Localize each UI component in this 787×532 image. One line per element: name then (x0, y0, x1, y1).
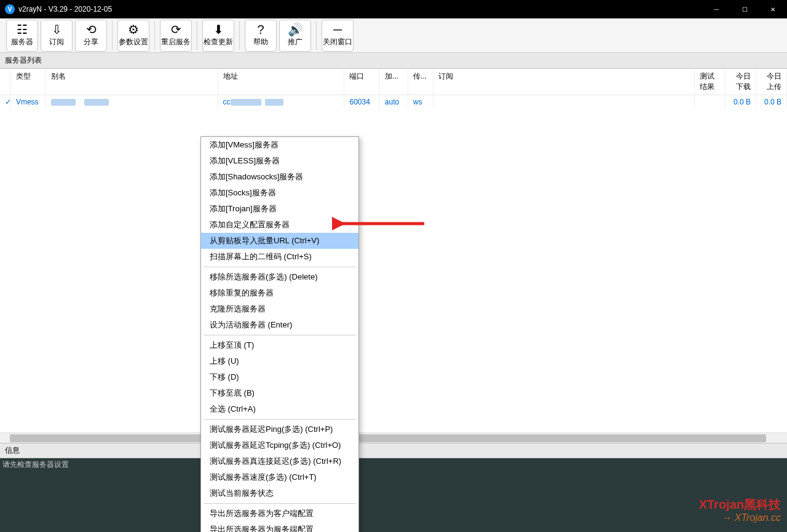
info-label: 信息 (0, 443, 787, 458)
context-menu-item[interactable]: 导出所选服务器为服务端配置 (201, 522, 358, 532)
close-icon: ─ (333, 23, 342, 36)
share-button[interactable]: ⟲分享 (75, 20, 107, 52)
col-addr[interactable]: 地址 (218, 69, 345, 95)
context-menu-item[interactable]: 设为活动服务器 (Enter) (201, 317, 358, 333)
gear-icon: ⚙ (128, 23, 139, 36)
server-list-label: 服务器列表 (0, 53, 787, 69)
log-area: 请先检查服务器设置 XTrojan黑科技 → XTrojan.cc (0, 458, 787, 532)
context-menu-item[interactable]: 添加[Shadowsocks]服务器 (201, 169, 358, 185)
col-up[interactable]: 今日上传 (756, 69, 787, 95)
titlebar: V v2rayN - V3.29 - 2020-12-05 ─ ☐ ✕ (0, 0, 787, 18)
cell-port: 60034 (344, 95, 379, 109)
subscription-button[interactable]: ⇩订阅 (41, 20, 73, 52)
context-menu-separator (204, 419, 356, 420)
context-menu-item[interactable]: 测试服务器延迟Ping(多选) (Ctrl+P) (201, 421, 358, 437)
col-down[interactable]: 今日下载 (726, 69, 756, 95)
context-menu-item[interactable]: 添加自定义配置服务器 (201, 217, 358, 233)
context-menu-item[interactable]: 测试服务器速度(多选) (Ctrl+T) (201, 469, 358, 485)
cell-alias (46, 95, 218, 109)
servers-button[interactable]: ☷服务器 (6, 20, 38, 52)
database-icon: ☷ (17, 23, 28, 36)
col-sub[interactable]: 订阅 (433, 69, 695, 95)
update-button[interactable]: ⬇检查更新 (202, 20, 234, 52)
cell-test (695, 95, 726, 109)
context-menu-item[interactable]: 上移 (U) (201, 353, 358, 369)
toolbar-separator (112, 21, 113, 50)
share-icon: ⟲ (86, 23, 97, 36)
close-button[interactable]: ✕ (759, 0, 787, 18)
toolbar-separator (239, 21, 240, 50)
context-menu-item[interactable]: 下移 (D) (201, 369, 358, 385)
context-menu: 添加[VMess]服务器添加[VLESS]服务器添加[Shadowsocks]服… (200, 136, 359, 532)
table-row[interactable]: ✓ Vmess cc 60034 auto ws 0.0 B 0.0 B (0, 95, 787, 109)
context-menu-item[interactable]: 导出所选服务器为客户端配置 (201, 506, 358, 522)
app-icon: V (5, 4, 15, 14)
col-trans[interactable]: 传... (408, 69, 433, 95)
col-test[interactable]: 测试结果 (695, 69, 726, 95)
toolbar-separator (197, 21, 197, 50)
context-menu-separator (204, 335, 356, 335)
context-menu-item[interactable]: 测试当前服务状态 (201, 485, 358, 501)
col-enc[interactable]: 加... (380, 69, 408, 95)
close-window-button[interactable]: ─关闭窗口 (322, 20, 354, 52)
cell-trans: ws (408, 95, 433, 109)
cell-up: 0.0 B (756, 95, 787, 109)
maximize-button[interactable]: ☐ (730, 0, 759, 18)
cell-type: Vmess (11, 95, 46, 109)
horizontal-scrollbar[interactable] (0, 432, 787, 443)
server-grid[interactable]: 类型 别名 地址 端口 加... 传... 订阅 测试结果 今日下载 今日上传 … (0, 69, 787, 432)
help-button[interactable]: ?帮助 (245, 20, 277, 52)
context-menu-item[interactable]: 测试服务器真连接延迟(多选) (Ctrl+R) (201, 453, 358, 469)
col-port[interactable]: 端口 (344, 69, 379, 95)
context-menu-item[interactable]: 上移至顶 (T) (201, 337, 358, 353)
reload-icon: ⟳ (171, 23, 181, 36)
col-type[interactable]: 类型 (11, 69, 46, 95)
context-menu-separator (204, 503, 356, 504)
watermark: XTrojan黑科技 → XTrojan.cc (699, 497, 781, 523)
context-menu-item[interactable]: 测试服务器延迟Tcping(多选) (Ctrl+O) (201, 437, 358, 453)
col-selector (0, 69, 11, 95)
context-menu-separator (204, 267, 356, 267)
settings-button[interactable]: ⚙参数设置 (117, 20, 149, 52)
context-menu-item[interactable]: 从剪贴板导入批量URL (Ctrl+V) (201, 233, 358, 249)
grid-header: 类型 别名 地址 端口 加... 传... 订阅 测试结果 今日下载 今日上传 (0, 69, 787, 95)
window-title: v2rayN - V3.29 - 2020-12-05 (18, 5, 702, 14)
context-menu-item[interactable]: 克隆所选服务器 (201, 301, 358, 317)
help-icon: ? (257, 23, 264, 36)
window-controls: ─ ☐ ✕ (702, 0, 787, 18)
download-icon: ⇩ (52, 23, 62, 36)
scrollbar-thumb[interactable] (10, 434, 766, 442)
context-menu-item[interactable]: 添加[Socks]服务器 (201, 185, 358, 201)
context-menu-item[interactable]: 移除重复的服务器 (201, 285, 358, 301)
update-icon: ⬇ (213, 23, 224, 36)
cell-enc: auto (380, 95, 408, 109)
toolbar-separator (316, 21, 317, 50)
context-menu-item[interactable]: 扫描屏幕上的二维码 (Ctrl+S) (201, 249, 358, 265)
active-check-icon: ✓ (5, 98, 11, 106)
minimize-button[interactable]: ─ (702, 0, 730, 18)
log-line: 请先检查服务器设置 (2, 460, 785, 470)
col-alias[interactable]: 别名 (46, 69, 218, 95)
toolbar: ☷服务器 ⇩订阅 ⟲分享 ⚙参数设置 ⟳重启服务 ⬇检查更新 ?帮助 🔊推广 ─… (0, 18, 787, 53)
context-menu-item[interactable]: 添加[VLESS]服务器 (201, 153, 358, 169)
restart-button[interactable]: ⟳重启服务 (160, 20, 192, 52)
speaker-icon: 🔊 (288, 23, 303, 36)
context-menu-item[interactable]: 添加[VMess]服务器 (201, 137, 358, 153)
context-menu-item[interactable]: 添加[Trojan]服务器 (201, 201, 358, 217)
context-menu-item[interactable]: 下移至底 (B) (201, 385, 358, 401)
toolbar-separator (154, 21, 155, 50)
cell-down: 0.0 B (726, 95, 756, 109)
context-menu-item[interactable]: 移除所选服务器(多选) (Delete) (201, 269, 358, 285)
context-menu-item[interactable]: 全选 (Ctrl+A) (201, 401, 358, 417)
cell-sub (433, 95, 695, 109)
cell-addr: cc (218, 95, 345, 109)
promo-button[interactable]: 🔊推广 (279, 20, 311, 52)
